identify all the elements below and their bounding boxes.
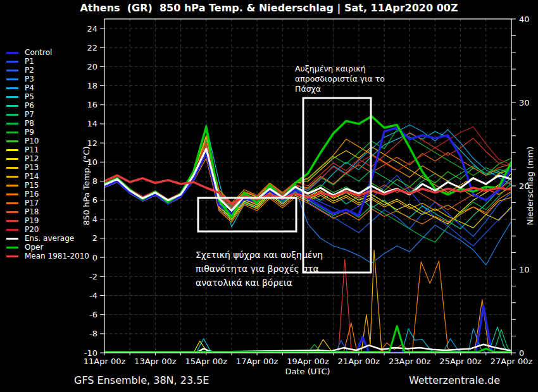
legend-item-p2: P2	[6, 66, 89, 75]
legend-swatch	[6, 202, 18, 204]
svg-text:30: 30	[519, 98, 530, 107]
legend-item-p9: P9	[6, 128, 89, 137]
legend-item-p20: P20	[6, 225, 89, 234]
svg-text:8: 8	[92, 176, 97, 186]
legend-label: P8	[25, 119, 34, 128]
svg-text:2: 2	[92, 233, 97, 243]
legend-label: Ens. average	[25, 234, 74, 243]
legend-label: P5	[25, 92, 34, 101]
legend-item-p13: P13	[6, 163, 89, 172]
svg-text:0: 0	[92, 253, 97, 262]
legend-swatch	[6, 140, 18, 142]
legend-item-p14: P14	[6, 172, 89, 181]
legend-label: P13	[25, 163, 39, 172]
svg-text:27Apr 00z: 27Apr 00z	[491, 357, 533, 366]
svg-text:10: 10	[519, 265, 530, 274]
legend-swatch	[6, 87, 18, 89]
legend-swatch	[6, 255, 18, 257]
precip-series-p14	[361, 250, 387, 353]
annotation-chill: Σχετική ψύχρα και αυξημένη πιθανότητα γι…	[196, 248, 323, 290]
legend-label: P11	[25, 145, 39, 154]
legend-swatch	[6, 167, 18, 169]
legend-item-oper: Oper	[6, 243, 89, 252]
legend-swatch	[6, 211, 18, 213]
x-tick-labels: 11Apr 00z13Apr 00z15Apr 00z17Apr 00z19Ap…	[84, 357, 533, 366]
legend-swatch	[6, 114, 18, 116]
svg-text:-4: -4	[89, 291, 97, 300]
x-axis-title: Date (UTC)	[285, 367, 330, 376]
legend-label: P1	[25, 57, 34, 66]
legend-label: P15	[25, 181, 39, 190]
temp-series-p1	[104, 145, 511, 246]
svg-text:17Apr 00z: 17Apr 00z	[236, 357, 278, 366]
legend-item-mean-1981-2010: Mean 1981-2010	[6, 252, 89, 260]
legend-swatch	[6, 96, 18, 98]
legend-swatch	[6, 193, 18, 195]
legend-swatch	[6, 158, 18, 160]
svg-text:23Apr 00z: 23Apr 00z	[389, 357, 431, 366]
legend-swatch	[6, 78, 18, 80]
legend-label: P2	[25, 66, 34, 75]
legend-item-p11: P11	[6, 145, 89, 154]
legend-swatch	[6, 105, 18, 107]
legend-item-p17: P17	[6, 199, 89, 207]
legend-swatch	[6, 238, 18, 240]
legend-swatch	[6, 176, 18, 178]
svg-text:11Apr 00z: 11Apr 00z	[84, 357, 126, 366]
legend-label: P16	[25, 190, 39, 199]
precip-series-p16	[344, 261, 453, 353]
legend-label: P19	[25, 216, 39, 225]
legend-label: P12	[25, 154, 39, 163]
legend-item-ens-average: Ens. average	[6, 234, 89, 243]
legend-label: P17	[25, 199, 39, 207]
svg-text:4: 4	[92, 214, 97, 224]
legend-item-p16: P16	[6, 190, 89, 199]
legend-label: Control	[25, 48, 52, 57]
legend-label: P20	[25, 225, 39, 234]
legend-label: Mean 1981-2010	[25, 252, 89, 260]
svg-text:40: 40	[519, 15, 530, 24]
svg-text:24: 24	[87, 24, 97, 34]
legend-item-p1: P1	[6, 57, 89, 66]
legend: ControlP1P2P3P4P5P6P7P8P9P10P11P12P13P14…	[6, 48, 89, 260]
svg-text:-2: -2	[89, 272, 97, 281]
legend-label: P18	[25, 207, 39, 216]
legend-label: P10	[25, 137, 39, 145]
legend-swatch	[6, 247, 18, 248]
legend-swatch	[6, 123, 18, 125]
legend-swatch	[6, 185, 18, 187]
legend-swatch	[6, 70, 18, 71]
legend-item-control: Control	[6, 48, 89, 57]
legend-label: P4	[25, 83, 34, 92]
legend-label: P3	[25, 75, 34, 83]
svg-text:6: 6	[92, 195, 97, 205]
svg-text:-6: -6	[89, 310, 97, 319]
footer-site-label: Wetterzentrale.de	[409, 374, 500, 386]
legend-item-p4: P4	[6, 83, 89, 92]
y-right-axis-title: Niederschlag (mm)	[525, 147, 535, 226]
legend-label: P6	[25, 101, 34, 110]
annotation-easter: Αυξημένη καιρική απροσδιοριστία για το Π…	[295, 64, 385, 94]
svg-text:15Apr 00z: 15Apr 00z	[185, 357, 227, 366]
legend-item-p19: P19	[6, 216, 89, 225]
legend-label: Oper	[25, 243, 43, 252]
legend-item-p10: P10	[6, 137, 89, 145]
legend-item-p5: P5	[6, 92, 89, 101]
legend-swatch	[6, 229, 18, 231]
legend-swatch	[6, 61, 18, 63]
legend-item-p15: P15	[6, 181, 89, 190]
legend-item-p7: P7	[6, 110, 89, 119]
svg-text:21Apr 00z: 21Apr 00z	[338, 357, 380, 366]
svg-text:13Apr 00z: 13Apr 00z	[134, 357, 177, 366]
legend-label: P14	[25, 172, 39, 181]
svg-text:19Apr 00z: 19Apr 00z	[287, 357, 329, 366]
legend-item-p18: P18	[6, 207, 89, 216]
meteogram-screen: Athens (GR) 850 hPa Temp. & Niederschlag…	[0, 0, 538, 392]
legend-item-p3: P3	[6, 75, 89, 83]
legend-swatch	[6, 149, 18, 151]
svg-text:25Apr 00z: 25Apr 00z	[439, 357, 482, 366]
legend-swatch	[6, 132, 18, 133]
legend-item-p8: P8	[6, 119, 89, 128]
footer-model-label: GFS Ensemble, 38N, 23.5E	[74, 374, 209, 386]
legend-label: P7	[25, 110, 34, 119]
